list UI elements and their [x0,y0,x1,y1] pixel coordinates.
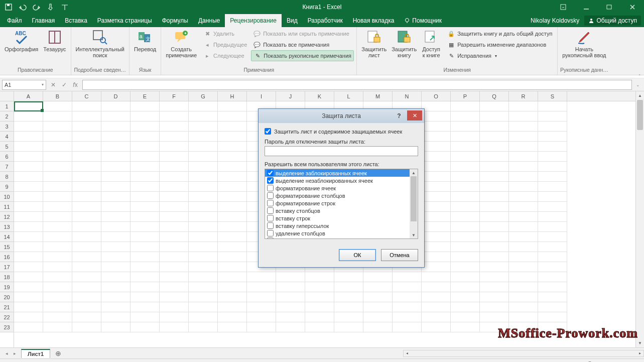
next-comment-button[interactable]: ▸Следующее [201,50,249,61]
name-box[interactable]: A1▾ [2,80,46,90]
row-header[interactable]: 14 [0,232,14,242]
row-header[interactable]: 9 [0,182,14,192]
perm-scroll-up-icon[interactable]: ▲ [412,169,416,176]
col-header[interactable]: G [189,91,218,101]
permission-item[interactable]: вставку гиперссылок [265,222,410,229]
col-header[interactable]: A [14,91,43,101]
tab-данные[interactable]: Данные [193,14,225,27]
col-header[interactable]: M [363,91,393,101]
redo-icon[interactable] [31,2,42,13]
tell-me[interactable]: Помощник [399,14,447,27]
spelling-button[interactable]: ABC Орфография [2,28,41,53]
col-header[interactable]: S [538,91,567,101]
qat-customize-icon[interactable] [59,2,70,13]
track-changes-button[interactable]: ✎Исправления▾ [445,50,554,61]
permission-checkbox[interactable] [267,200,274,206]
permission-item[interactable]: выделение заблокированных ячеек [265,169,410,177]
thesaurus-button[interactable]: Тезаурус [41,28,68,53]
dialog-help-icon[interactable]: ? [392,111,406,121]
close-icon[interactable] [621,0,644,14]
permission-checkbox[interactable] [267,222,274,229]
row-header[interactable]: 3 [0,122,14,132]
col-header[interactable]: F [160,91,189,101]
col-header[interactable]: O [422,91,451,101]
vscroll-thumb[interactable] [637,100,643,130]
permission-checkbox[interactable] [267,185,274,191]
row-header[interactable]: 17 [0,262,14,272]
scroll-left-icon[interactable]: ◂ [404,351,411,355]
permission-checkbox[interactable] [267,170,274,176]
permission-item[interactable]: выделение незаблокированных ячеек [265,177,410,184]
row-header[interactable]: 2 [0,111,14,122]
protect-sheet-button[interactable]: Защитить лист [359,28,389,59]
perm-scroll-thumb[interactable] [411,176,417,221]
col-header[interactable]: D [101,91,131,101]
col-header[interactable]: P [451,91,480,101]
tab-nav-next-icon[interactable]: ▸ [11,351,18,356]
permission-item[interactable]: вставку строк [265,214,410,222]
row-header[interactable]: 11 [0,202,14,212]
col-header[interactable]: I [247,91,276,101]
tab-вставка[interactable]: Вставка [60,14,92,27]
col-header[interactable]: R [509,91,538,101]
translate-button[interactable]: a文 Перевод [132,28,159,53]
tab-рецензирование[interactable]: Рецензирование [225,14,282,27]
expand-fx-icon[interactable]: ⌄ [634,82,642,87]
row-header[interactable]: 1 [0,101,14,111]
tab-nav-prev-icon[interactable]: ◂ [3,351,10,356]
protect-share-button[interactable]: 🔒Защитить книгу и дать общий доступ [445,28,554,39]
permission-checkbox[interactable] [267,207,274,214]
scroll-right-icon[interactable]: ▸ [636,351,643,355]
ok-button[interactable]: ОК [339,249,376,261]
row-header[interactable]: 13 [0,222,14,232]
row-header[interactable]: 10 [0,192,14,202]
normal-view-icon[interactable]: ▦ [505,360,517,363]
row-header[interactable]: 4 [0,132,14,142]
maximize-icon[interactable] [598,0,621,14]
row-header[interactable]: 19 [0,282,14,292]
show-ink-button[interactable]: ✎Показать рукописные примечания [251,50,354,61]
prev-comment-button[interactable]: ◂Предыдущее [201,39,249,50]
show-hide-comment-button[interactable]: 💬Показать или скрыть примечание [251,28,354,39]
perm-scroll-down-icon[interactable]: ▼ [412,231,416,238]
row-header[interactable]: 16 [0,252,14,262]
row-header[interactable]: 20 [0,292,14,302]
delete-comment-button[interactable]: ✖Удалить [201,28,249,39]
share-workbook-button[interactable]: Доступ к книге [419,28,443,59]
share-button[interactable]: Общий доступ [584,16,641,26]
row-header[interactable]: 7 [0,162,14,172]
minimize-icon[interactable] [575,0,598,14]
row-header[interactable]: 6 [0,152,14,162]
cancel-button[interactable]: Отмена [381,249,418,261]
col-header[interactable]: L [334,91,363,101]
permission-checkbox[interactable] [267,215,274,221]
permission-item[interactable]: вставку столбцов [265,207,410,214]
page-layout-view-icon[interactable]: ▤ [521,360,532,363]
select-all-corner[interactable] [0,91,14,101]
show-all-comments-button[interactable]: 💬Показать все примечания [251,39,354,50]
password-input[interactable] [265,146,418,156]
row-header[interactable]: 12 [0,212,14,222]
row-header[interactable]: 18 [0,272,14,282]
collapse-ribbon-icon[interactable]: ˄ [638,74,641,79]
permission-checkbox[interactable] [267,177,274,184]
tab-вид[interactable]: Вид [282,14,303,27]
row-header[interactable]: 21 [0,302,14,312]
permission-checkbox[interactable] [267,230,274,236]
col-header[interactable]: C [72,91,101,101]
page-break-view-icon[interactable]: ▭ [536,360,547,363]
tab-новая-вкладка[interactable]: Новая вкладка [348,14,400,27]
permission-checkbox[interactable] [267,192,274,199]
tab-главная[interactable]: Главная [27,14,60,27]
row-header[interactable]: 22 [0,312,14,322]
col-header[interactable]: N [393,91,422,101]
tab-разметка-страницы[interactable]: Разметка страницы [92,14,157,27]
tab-формулы[interactable]: Формулы [157,14,193,27]
undo-icon[interactable] [17,2,28,13]
row-header[interactable]: 8 [0,172,14,182]
col-header[interactable]: E [131,91,160,101]
formula-input[interactable] [82,80,632,90]
col-header[interactable]: K [305,91,334,101]
dialog-titlebar[interactable]: Защита листа ? ✕ [259,109,424,123]
enter-fx-icon[interactable]: ✓ [59,80,69,90]
